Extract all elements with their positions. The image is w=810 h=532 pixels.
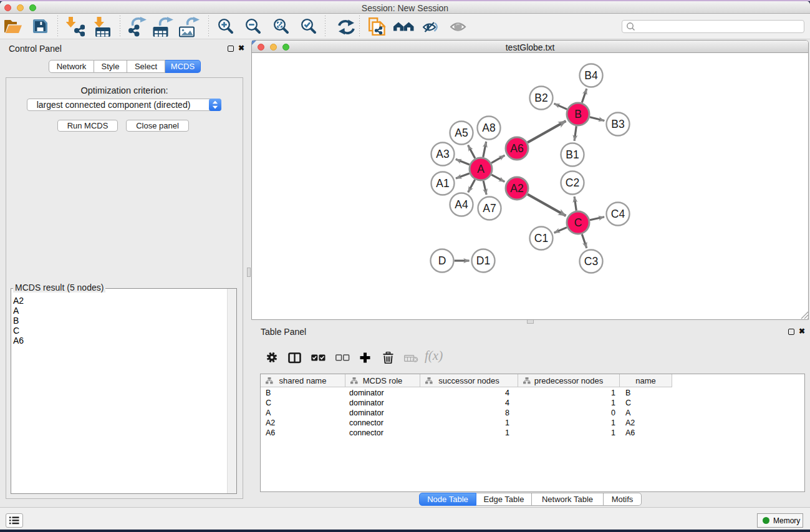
svg-text:B4: B4 (584, 69, 598, 82)
svg-text:A: A (477, 163, 485, 175)
svg-text:A7: A7 (483, 202, 496, 215)
svg-text:D: D (438, 254, 446, 267)
svg-text:A4: A4 (455, 198, 468, 211)
svg-text:B2: B2 (534, 92, 547, 104)
svg-text:A6: A6 (510, 142, 523, 155)
svg-text:C1: C1 (534, 232, 548, 244)
svg-text:B: B (574, 108, 582, 120)
svg-text:B3: B3 (611, 118, 624, 130)
svg-text:C2: C2 (566, 177, 579, 189)
svg-text:C4: C4 (611, 208, 625, 220)
svg-text:C: C (574, 216, 582, 229)
svg-text:C3: C3 (584, 255, 598, 268)
svg-text:B1: B1 (566, 148, 579, 161)
svg-text:A1: A1 (436, 177, 449, 190)
svg-text:D1: D1 (476, 254, 490, 267)
svg-text:A8: A8 (482, 122, 495, 134)
svg-text:A2: A2 (510, 182, 523, 195)
svg-text:A5: A5 (455, 127, 468, 139)
svg-text:A3: A3 (436, 148, 449, 160)
